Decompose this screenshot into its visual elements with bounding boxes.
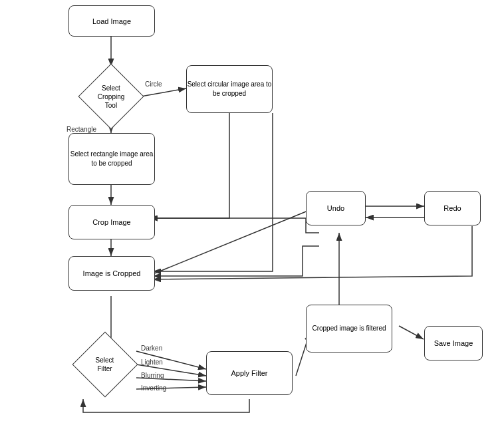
save-image-node: Save Image [424,326,483,360]
select-filter-node: SelectFilter [73,333,136,396]
select-circ-node: Select circular image area to be cropped [186,65,273,113]
select-filter-label: SelectFilter [82,356,128,373]
svg-line-3 [141,88,186,96]
cropped-filtered-label: Cropped image is filtered [312,324,386,333]
flowchart-diagram: Rectangle Circle Darken Lighte [0,0,504,425]
darken-label: Darken [141,345,162,352]
svg-line-10 [399,326,424,339]
image-cropped-node: Image is Cropped [68,256,155,291]
circle-label: Circle [145,80,162,88]
rectangle-label: Rectangle [66,126,96,133]
blurring-label: Blurring [141,372,164,379]
crop-image-node: Crop Image [68,205,155,239]
redo-label: Redo [443,204,461,212]
image-cropped-label: Image is Cropped [83,269,141,277]
apply-filter-label: Apply Filter [231,369,267,377]
select-cropping-tool-node: SelectCroppingTool [81,67,141,126]
load-image-node: Load Image [68,5,155,37]
select-circ-label: Select circular image area to be cropped [187,80,272,98]
select-rect-label: Select rectangle image area to be croppe… [69,150,154,168]
cropped-filtered-node: Cropped image is filtered [306,305,392,353]
undo-label: Undo [327,204,344,212]
inverting-label: Inverting [141,384,166,392]
save-image-label: Save Image [434,339,473,347]
select-rect-node: Select rectangle image area to be croppe… [68,133,155,185]
undo-node: Undo [306,191,366,225]
crop-image-label: Crop Image [92,218,130,226]
redo-node: Redo [424,191,481,225]
load-image-label: Load Image [92,17,131,25]
lighten-label: Lighten [141,358,163,366]
apply-filter-node: Apply Filter [206,351,293,395]
select-cropping-tool-label: SelectCroppingTool [88,84,134,110]
